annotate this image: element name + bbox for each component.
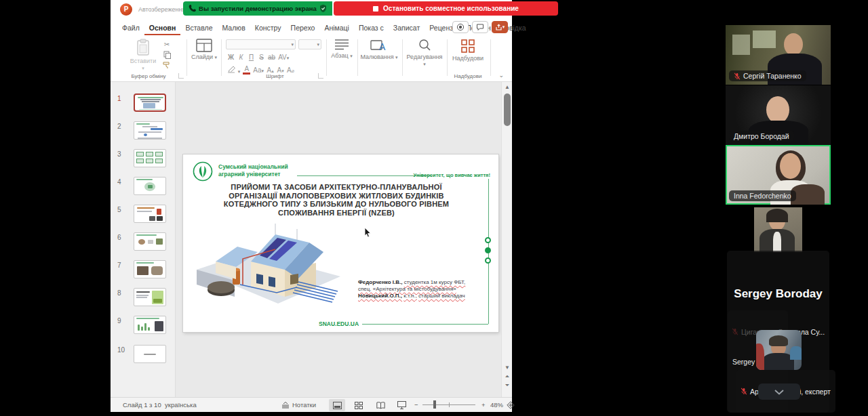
clear-formatting-button[interactable]: A⌀ bbox=[287, 66, 294, 74]
shrink-font-button[interactable]: A▾ bbox=[277, 66, 284, 74]
underline-button[interactable]: П bbox=[248, 54, 255, 61]
paragraph-button[interactable]: Абзац ▾ bbox=[329, 39, 355, 59]
tab-record[interactable]: Записат bbox=[389, 21, 425, 35]
previous-slide-icon[interactable]: ⏶ bbox=[502, 372, 513, 381]
zoom-in-button[interactable]: + bbox=[481, 401, 486, 409]
bold-button[interactable]: Ж bbox=[227, 54, 235, 61]
participant-avatar-artem-boroday[interactable] bbox=[756, 330, 802, 370]
thumbnail-slide-6[interactable]: 6 bbox=[111, 232, 176, 253]
energy-house-illustration[interactable] bbox=[195, 220, 343, 310]
tab-draw[interactable]: Малюв bbox=[217, 21, 250, 35]
zoom-level[interactable]: 48% bbox=[490, 401, 503, 409]
slide-counter[interactable]: Слайд 1 з 10 bbox=[123, 401, 161, 409]
notes-icon bbox=[281, 401, 290, 409]
phone-icon bbox=[188, 4, 197, 13]
comments-button[interactable] bbox=[472, 21, 488, 33]
slide-editing-area: Сумський національний аграрний університ… bbox=[176, 82, 501, 397]
stop-share-button[interactable]: Остановить совместное использование bbox=[334, 1, 558, 16]
strikethrough-button[interactable]: S bbox=[258, 54, 265, 61]
font-name-select[interactable]: ▾ bbox=[226, 39, 296, 49]
char-spacing-button[interactable]: AV▾ bbox=[278, 54, 289, 61]
drawing-button[interactable]: A Малювання ▾ bbox=[360, 39, 398, 60]
participant-tile-serhii-taranenko[interactable]: Сергій Тараненко bbox=[726, 25, 831, 85]
tab-design[interactable]: Констру bbox=[250, 21, 286, 35]
slides-button[interactable]: Слайди ▾ bbox=[190, 39, 218, 60]
zoom-slider-thumb[interactable] bbox=[433, 400, 436, 409]
autosave-label: Автозбереження bbox=[138, 6, 185, 13]
collapse-ribbon-icon[interactable]: ⌄ bbox=[498, 72, 504, 79]
university-logo-icon bbox=[192, 161, 214, 182]
clipboard-dialog-launcher[interactable] bbox=[178, 73, 184, 79]
slide-sorter-button[interactable] bbox=[351, 399, 367, 411]
slide-canvas[interactable]: Сумський національний аграрний університ… bbox=[183, 154, 498, 332]
next-slide-icon[interactable]: ⏷ bbox=[502, 381, 513, 390]
slide-title[interactable]: ПРИЙОМИ ТА ЗАСОБИ АРХІТЕКТУРНО-ПЛАНУВАЛЬ… bbox=[198, 183, 475, 217]
zoom-slider-tick bbox=[449, 402, 450, 407]
tab-animations[interactable]: Анімаці bbox=[319, 21, 354, 35]
zoom-out-button[interactable]: − bbox=[414, 401, 418, 409]
magnifier-icon bbox=[418, 39, 431, 52]
participant-tile-inna-fedorchenko[interactable]: Inna Fedorchenko bbox=[726, 145, 831, 205]
tab-file[interactable]: Файл bbox=[117, 21, 144, 35]
reading-view-button[interactable] bbox=[372, 399, 389, 411]
university-name[interactable]: Сумський національний аграрний університ… bbox=[218, 163, 288, 178]
tab-home[interactable]: Основн bbox=[144, 21, 181, 35]
header-divider bbox=[297, 175, 433, 176]
reading-view-icon bbox=[376, 402, 385, 409]
collapse-participants-button[interactable] bbox=[758, 383, 800, 400]
participant-video-tsyhanenko[interactable] bbox=[754, 207, 802, 252]
language-indicator[interactable]: українська bbox=[165, 401, 197, 409]
change-case-button[interactable]: Aa▾ bbox=[253, 66, 264, 74]
slideshow-button[interactable] bbox=[393, 399, 410, 411]
slide-layout-icon bbox=[196, 39, 212, 52]
editing-button[interactable]: Редагування ▾ bbox=[405, 39, 444, 67]
cut-icon[interactable]: ✂ bbox=[162, 41, 172, 49]
notes-button[interactable]: Нотатки bbox=[281, 401, 316, 409]
italic-button[interactable]: К bbox=[237, 54, 245, 61]
slide-sorter-icon bbox=[355, 402, 363, 409]
addins-button[interactable]: Надбудови bbox=[450, 39, 486, 62]
ribbon: Вставити ▾ ✂ Буфер обміну Слайди ▾ bbox=[111, 35, 512, 82]
share-caret-icon: ▾ bbox=[502, 24, 505, 30]
thumbnail-slide-5[interactable]: 5 bbox=[111, 205, 176, 226]
university-website[interactable]: SNAU.EDU.UA bbox=[319, 320, 359, 327]
participant-display-name-sergey-boroday[interactable]: Sergey Boroday bbox=[726, 287, 831, 301]
font-size-select[interactable]: ▾ bbox=[298, 39, 321, 49]
tab-insert[interactable]: Вставле bbox=[180, 21, 217, 35]
share-button[interactable]: ▾ bbox=[492, 21, 508, 33]
participant-tile-dmytro-boroday[interactable]: Дмитро Бородай bbox=[726, 85, 831, 145]
university-motto[interactable]: Університет, що вивчає життя! bbox=[414, 172, 490, 178]
tab-slideshow[interactable]: Показ с bbox=[354, 21, 389, 35]
thumbnail-slide-4[interactable]: 4 bbox=[111, 177, 176, 198]
scroll-up-icon[interactable]: ▲ bbox=[502, 83, 513, 92]
screen: { "overlay": { "share_banner_text": "Вы … bbox=[0, 0, 868, 416]
scrollbar-thumb[interactable] bbox=[504, 93, 511, 126]
font-dialog-launcher[interactable] bbox=[318, 73, 323, 79]
share-banner-text: Вы запустили демонстрацию экрана bbox=[197, 5, 319, 12]
record-button[interactable] bbox=[452, 21, 469, 33]
thumbnail-slide-9[interactable]: 9 bbox=[111, 316, 176, 337]
double-strike-button[interactable]: ab bbox=[268, 54, 275, 61]
grow-font-button[interactable]: A▴ bbox=[267, 66, 274, 74]
normal-view-button[interactable] bbox=[329, 399, 345, 411]
authors-block[interactable]: Федорченко І.В., студентка 1м курсу ФБТ,… bbox=[358, 279, 491, 299]
scroll-down-icon[interactable]: ▼ bbox=[502, 363, 513, 373]
thumbnail-slide-7[interactable]: 7 bbox=[111, 260, 176, 281]
powerpoint-logo-icon: P bbox=[120, 3, 132, 16]
thumbnail-slide-2[interactable]: 2 bbox=[111, 121, 176, 142]
format-painter-icon[interactable] bbox=[162, 61, 172, 69]
paste-button[interactable]: Вставити ▾ bbox=[128, 39, 158, 71]
thumbnail-slide-10[interactable]: 10 bbox=[111, 345, 176, 366]
clipboard-group-label: Буфер обміну bbox=[116, 73, 181, 79]
tab-transitions[interactable]: Перехо bbox=[286, 21, 320, 35]
copy-icon[interactable] bbox=[162, 51, 172, 59]
participant-name-label: Inna Fedorchenko bbox=[729, 190, 796, 201]
font-group-label: Шрифт bbox=[226, 73, 324, 79]
slideshow-icon bbox=[397, 401, 406, 409]
thumbnail-slide-1[interactable]: 1 bbox=[111, 93, 176, 115]
thumbnail-slide-3[interactable]: 3 bbox=[111, 149, 176, 170]
fit-slide-button[interactable] bbox=[502, 399, 519, 411]
thumbnail-slide-8[interactable]: 8 bbox=[111, 288, 176, 309]
stop-share-text: Остановить совместное использование bbox=[383, 5, 519, 12]
vertical-scrollbar[interactable]: ▲ ▼ ⏶ ⏷ bbox=[501, 82, 512, 397]
